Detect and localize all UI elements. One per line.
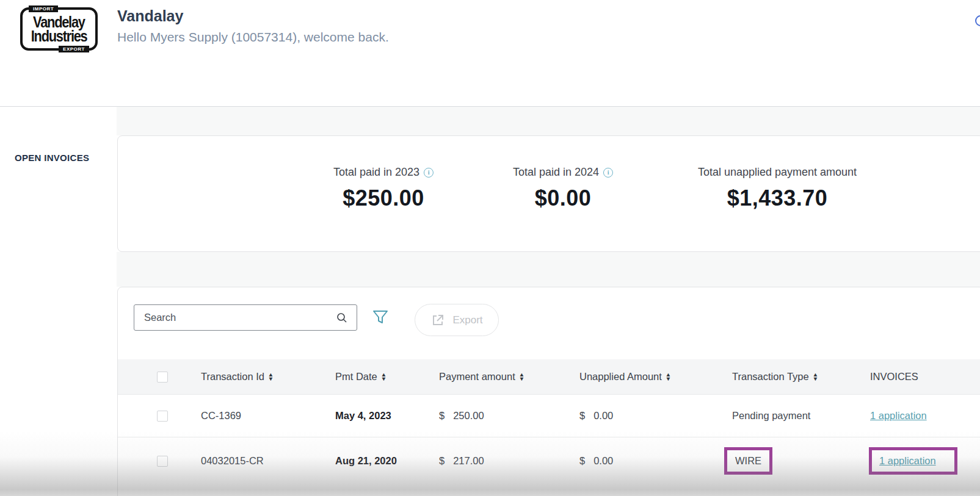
export-button[interactable]: Export — [415, 304, 499, 336]
transaction-id-cell: CC-1369 — [195, 410, 329, 422]
annotation-box-application-link: 1 application — [869, 447, 957, 475]
payment-summary-card: Total paid in 2023 i $250.00 Total paid … — [117, 135, 980, 252]
row-select-cell — [118, 411, 195, 422]
stat-label: Total paid in 2024 — [513, 166, 599, 179]
info-icon[interactable]: i — [424, 168, 434, 178]
filter-icon[interactable] — [372, 309, 389, 326]
stat-total-paid-2023: Total paid in 2023 i $250.00 — [333, 166, 434, 211]
export-icon — [430, 313, 445, 328]
column-header-invoices: INVOICES — [864, 371, 980, 383]
unapplied-amount-cell: $0.00 — [573, 455, 726, 467]
stat-label: Total unapplied payment amount — [698, 166, 857, 179]
column-header-transaction-id[interactable]: Transaction Id ▲▼ — [195, 371, 329, 383]
search-input[interactable] — [134, 312, 336, 323]
clipped-help-icon[interactable] — [975, 15, 980, 26]
logo-import-tag: IMPORT — [29, 5, 58, 12]
content-background-strip — [117, 252, 980, 287]
vandelay-industries-logo: IMPORT Vandelay Industries EXPORT — [20, 7, 98, 51]
content-background-strip — [117, 107, 980, 135]
page-title: Vandalay — [117, 7, 183, 25]
row-checkbox[interactable] — [157, 456, 168, 467]
stat-total-paid-2024: Total paid in 2024 i $0.00 — [513, 166, 613, 211]
table-row: 04032015-CR Aug 21, 2020 $217.00 $0.00 W… — [118, 437, 980, 484]
invoices-cell: 1 application — [864, 410, 980, 422]
payment-amount-cell: $217.00 — [433, 455, 573, 467]
pmt-date-cell: Aug 21, 2020 — [329, 455, 433, 467]
application-link[interactable]: 1 application — [879, 455, 936, 466]
sort-icon: ▲▼ — [812, 373, 818, 381]
stat-value: $1,433.70 — [698, 185, 857, 211]
column-header-unapplied-amount[interactable]: Unapplied Amount ▲▼ — [573, 371, 726, 383]
sort-icon: ▲▼ — [518, 373, 524, 381]
export-label: Export — [452, 314, 482, 326]
header-select-cell — [118, 372, 195, 383]
transaction-id-cell: 04032015-CR — [195, 455, 329, 467]
annotation-box-wire: WIRE — [724, 447, 772, 475]
stat-label: Total paid in 2023 — [333, 166, 419, 179]
sort-icon: ▲▼ — [268, 373, 274, 381]
payments-portal-page: IMPORT Vandelay Industries EXPORT Vandal… — [0, 0, 980, 496]
table-row: CC-1369 May 4, 2023 $250.00 $0.00 Pendin… — [118, 394, 980, 437]
tab-bar: OPEN INVOICES CLOSED INVOICES PAYMENTS P… — [0, 70, 980, 107]
info-icon[interactable]: i — [603, 168, 613, 178]
select-all-checkbox[interactable] — [157, 372, 168, 383]
pmt-date-cell: May 4, 2023 — [329, 410, 433, 422]
table-header-row: Transaction Id ▲▼ Pmt Date ▲▼ Payment am… — [118, 359, 980, 394]
stat-value: $0.00 — [513, 185, 613, 211]
table-body: CC-1369 May 4, 2023 $250.00 $0.00 Pendin… — [118, 394, 980, 484]
welcome-message: Hello Myers Supply (10057314), welcome b… — [117, 30, 389, 45]
stat-value: $250.00 — [333, 185, 434, 211]
unapplied-amount-cell: $0.00 — [573, 410, 726, 422]
logo-export-tag: EXPORT — [59, 46, 89, 52]
row-checkbox[interactable] — [157, 411, 168, 422]
search-icon — [336, 312, 348, 324]
column-header-pmt-date[interactable]: Pmt Date ▲▼ — [329, 371, 433, 383]
search-box — [134, 304, 357, 331]
column-header-transaction-type[interactable]: Transaction Type ▲▼ — [726, 371, 864, 383]
application-link[interactable]: 1 application — [870, 410, 927, 421]
sort-icon: ▲▼ — [665, 373, 671, 381]
column-header-payment-amount[interactable]: Payment amount ▲▼ — [433, 371, 573, 383]
page-header: IMPORT Vandelay Industries EXPORT Vandal… — [0, 0, 980, 70]
stat-total-unapplied: Total unapplied payment amount $1,433.70 — [698, 166, 857, 211]
payments-table-card: Export Transaction Id ▲▼ Pmt Date ▲▼ Pay… — [117, 287, 980, 496]
tab-open-invoices[interactable]: OPEN INVOICES — [15, 153, 89, 163]
sort-icon: ▲▼ — [380, 373, 387, 381]
logo-line2: Industries — [31, 29, 87, 43]
row-select-cell — [118, 456, 195, 467]
transaction-type-cell: WIRE — [726, 447, 864, 475]
transaction-type-cell: Pending payment — [726, 410, 864, 422]
invoices-cell: 1 application — [864, 447, 980, 475]
payment-amount-cell: $250.00 — [433, 410, 573, 422]
